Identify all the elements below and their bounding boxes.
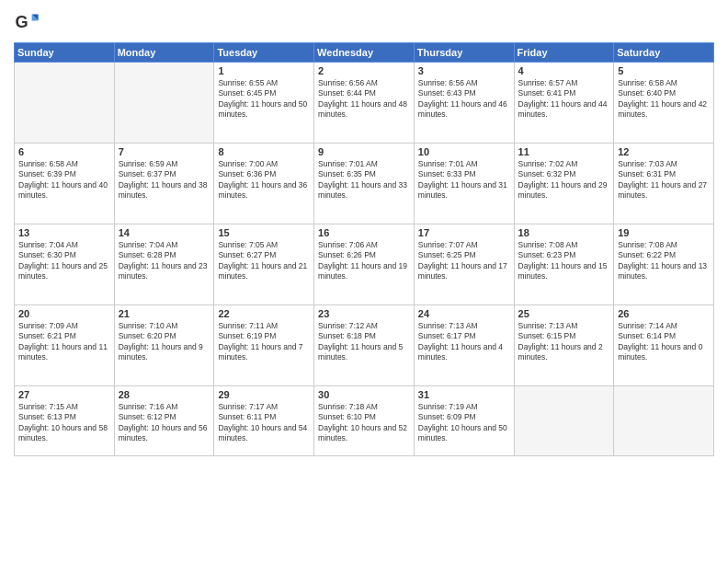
day-info: Sunrise: 7:00 AMSunset: 6:36 PMDaylight:… [218, 159, 310, 201]
day-number: 27 [18, 389, 110, 400]
calendar-cell: 29Sunrise: 7:17 AMSunset: 6:11 PMDayligh… [214, 386, 314, 456]
day-info: Sunrise: 7:01 AMSunset: 6:33 PMDaylight:… [418, 159, 510, 201]
svg-text:G: G [15, 13, 28, 31]
calendar-cell: 25Sunrise: 7:13 AMSunset: 6:15 PMDayligh… [514, 305, 614, 386]
calendar-table: SundayMondayTuesdayWednesdayThursdayFrid… [14, 42, 714, 456]
day-info: Sunrise: 7:04 AMSunset: 6:30 PMDaylight:… [18, 240, 110, 282]
calendar-cell: 10Sunrise: 7:01 AMSunset: 6:33 PMDayligh… [414, 144, 514, 224]
day-info: Sunrise: 7:02 AMSunset: 6:32 PMDaylight:… [518, 159, 610, 201]
calendar-cell: 15Sunrise: 7:05 AMSunset: 6:27 PMDayligh… [214, 224, 314, 305]
day-info: Sunrise: 7:15 AMSunset: 6:13 PMDaylight:… [18, 402, 110, 444]
day-number: 22 [218, 308, 310, 319]
day-info: Sunrise: 7:18 AMSunset: 6:10 PMDaylight:… [318, 402, 410, 444]
calendar-cell: 13Sunrise: 7:04 AMSunset: 6:30 PMDayligh… [15, 224, 115, 305]
day-header-saturday: Saturday [614, 43, 714, 63]
day-number: 10 [418, 146, 510, 157]
day-info: Sunrise: 7:07 AMSunset: 6:25 PMDaylight:… [418, 240, 510, 282]
calendar-cell: 2Sunrise: 6:56 AMSunset: 6:44 PMDaylight… [314, 63, 415, 144]
day-info: Sunrise: 7:04 AMSunset: 6:28 PMDaylight:… [119, 240, 210, 282]
day-info: Sunrise: 7:05 AMSunset: 6:27 PMDaylight:… [218, 240, 310, 282]
calendar-cell: 26Sunrise: 7:14 AMSunset: 6:14 PMDayligh… [614, 305, 714, 386]
day-info: Sunrise: 7:12 AMSunset: 6:18 PMDaylight:… [318, 321, 410, 363]
day-number: 8 [218, 146, 310, 157]
day-number: 2 [318, 65, 410, 76]
calendar-cell: 17Sunrise: 7:07 AMSunset: 6:25 PMDayligh… [414, 224, 514, 305]
day-info: Sunrise: 7:19 AMSunset: 6:09 PMDaylight:… [418, 402, 510, 444]
day-number: 21 [119, 308, 210, 319]
day-info: Sunrise: 7:09 AMSunset: 6:21 PMDaylight:… [18, 321, 110, 363]
calendar-cell: 18Sunrise: 7:08 AMSunset: 6:23 PMDayligh… [514, 224, 614, 305]
day-info: Sunrise: 7:13 AMSunset: 6:15 PMDaylight:… [518, 321, 610, 363]
calendar-cell: 8Sunrise: 7:00 AMSunset: 6:36 PMDaylight… [214, 144, 314, 224]
day-number: 1 [218, 65, 310, 76]
day-info: Sunrise: 7:01 AMSunset: 6:35 PMDaylight:… [318, 159, 410, 201]
day-number: 4 [518, 65, 610, 76]
day-number: 18 [518, 227, 610, 238]
day-number: 26 [618, 308, 710, 319]
day-number: 23 [318, 308, 410, 319]
day-info: Sunrise: 7:08 AMSunset: 6:22 PMDaylight:… [618, 240, 710, 282]
calendar-week-row: 1Sunrise: 6:55 AMSunset: 6:45 PMDaylight… [15, 63, 714, 144]
calendar-cell: 7Sunrise: 6:59 AMSunset: 6:37 PMDaylight… [114, 144, 214, 224]
calendar-week-row: 13Sunrise: 7:04 AMSunset: 6:30 PMDayligh… [15, 224, 714, 305]
day-info: Sunrise: 7:10 AMSunset: 6:20 PMDaylight:… [119, 321, 210, 363]
calendar-cell: 31Sunrise: 7:19 AMSunset: 6:09 PMDayligh… [414, 386, 514, 456]
calendar-cell: 12Sunrise: 7:03 AMSunset: 6:31 PMDayligh… [614, 144, 714, 224]
day-number: 16 [318, 227, 410, 238]
calendar-week-row: 20Sunrise: 7:09 AMSunset: 6:21 PMDayligh… [15, 305, 714, 386]
calendar-cell: 23Sunrise: 7:12 AMSunset: 6:18 PMDayligh… [314, 305, 415, 386]
day-info: Sunrise: 6:57 AMSunset: 6:41 PMDaylight:… [518, 78, 610, 121]
day-number: 29 [218, 389, 310, 400]
day-number: 6 [18, 146, 110, 157]
day-info: Sunrise: 6:58 AMSunset: 6:39 PMDaylight:… [18, 159, 110, 201]
day-number: 15 [218, 227, 310, 238]
calendar-cell: 21Sunrise: 7:10 AMSunset: 6:20 PMDayligh… [114, 305, 214, 386]
calendar-cell: 28Sunrise: 7:16 AMSunset: 6:12 PMDayligh… [114, 386, 214, 456]
day-info: Sunrise: 7:11 AMSunset: 6:19 PMDaylight:… [218, 321, 310, 363]
day-header-monday: Monday [114, 43, 214, 63]
day-info: Sunrise: 7:16 AMSunset: 6:12 PMDaylight:… [119, 402, 210, 444]
calendar-cell [614, 386, 714, 456]
day-number: 11 [518, 146, 610, 157]
calendar-cell [15, 63, 115, 144]
page: G SundayMondayTuesdayWednesdayThursdayFr… [0, 0, 728, 563]
day-number: 25 [518, 308, 610, 319]
calendar-cell: 30Sunrise: 7:18 AMSunset: 6:10 PMDayligh… [314, 386, 415, 456]
calendar-cell: 27Sunrise: 7:15 AMSunset: 6:13 PMDayligh… [15, 386, 115, 456]
day-number: 24 [418, 308, 510, 319]
calendar-header-row: SundayMondayTuesdayWednesdayThursdayFrid… [15, 43, 714, 63]
calendar-cell: 1Sunrise: 6:55 AMSunset: 6:45 PMDaylight… [214, 63, 314, 144]
day-info: Sunrise: 6:59 AMSunset: 6:37 PMDaylight:… [119, 159, 210, 201]
day-header-thursday: Thursday [414, 43, 514, 63]
day-info: Sunrise: 6:58 AMSunset: 6:40 PMDaylight:… [618, 78, 710, 121]
day-number: 31 [418, 389, 510, 400]
day-info: Sunrise: 7:06 AMSunset: 6:26 PMDaylight:… [318, 240, 410, 282]
logo-icon: G [14, 9, 40, 35]
day-header-wednesday: Wednesday [314, 43, 415, 63]
calendar-cell: 24Sunrise: 7:13 AMSunset: 6:17 PMDayligh… [414, 305, 514, 386]
calendar-cell: 6Sunrise: 6:58 AMSunset: 6:39 PMDaylight… [15, 144, 115, 224]
day-header-tuesday: Tuesday [214, 43, 314, 63]
day-number: 13 [18, 227, 110, 238]
day-number: 19 [618, 227, 710, 238]
calendar-cell: 3Sunrise: 6:56 AMSunset: 6:43 PMDaylight… [414, 63, 514, 144]
header: G [14, 9, 714, 35]
day-info: Sunrise: 6:56 AMSunset: 6:44 PMDaylight:… [318, 78, 410, 121]
calendar-week-row: 27Sunrise: 7:15 AMSunset: 6:13 PMDayligh… [15, 386, 714, 456]
calendar-cell: 20Sunrise: 7:09 AMSunset: 6:21 PMDayligh… [15, 305, 115, 386]
logo: G [14, 9, 43, 35]
day-info: Sunrise: 6:56 AMSunset: 6:43 PMDaylight:… [418, 78, 510, 121]
day-info: Sunrise: 7:13 AMSunset: 6:17 PMDaylight:… [418, 321, 510, 363]
day-number: 30 [318, 389, 410, 400]
calendar-cell [514, 386, 614, 456]
calendar-week-row: 6Sunrise: 6:58 AMSunset: 6:39 PMDaylight… [15, 144, 714, 224]
day-info: Sunrise: 7:17 AMSunset: 6:11 PMDaylight:… [218, 402, 310, 444]
day-number: 3 [418, 65, 510, 76]
day-header-sunday: Sunday [15, 43, 115, 63]
day-header-friday: Friday [514, 43, 614, 63]
day-number: 9 [318, 146, 410, 157]
calendar-cell: 19Sunrise: 7:08 AMSunset: 6:22 PMDayligh… [614, 224, 714, 305]
calendar-cell [114, 63, 214, 144]
calendar-cell: 5Sunrise: 6:58 AMSunset: 6:40 PMDaylight… [614, 63, 714, 144]
day-number: 12 [618, 146, 710, 157]
